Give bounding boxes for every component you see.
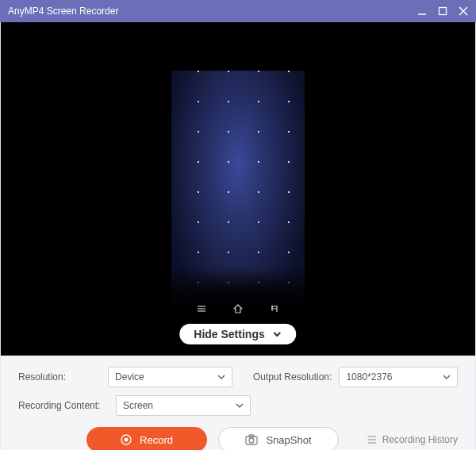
snapshot-button[interactable]: SnapShot — [218, 427, 339, 450]
output-resolution-label: Output Resolution: — [253, 371, 333, 383]
settings-row-1: Resolution: Device Output Resolution: 10… — [18, 367, 458, 387]
svg-point-9 — [125, 438, 129, 442]
hide-settings-label: Hide Settings — [194, 328, 264, 340]
resolution-dropdown[interactable]: Device — [108, 367, 232, 387]
recording-content-label: Recording Content: — [18, 400, 109, 411]
minimize-button[interactable] — [417, 6, 427, 16]
resolution-label: Resolution: — [18, 371, 102, 383]
svg-point-11 — [249, 438, 254, 443]
resolution-value: Device — [115, 371, 217, 383]
record-button[interactable]: Record — [86, 427, 207, 450]
settings-panel: Resolution: Device Output Resolution: 10… — [0, 356, 476, 450]
titlebar: AnyMP4 Screen Recorder — [0, 0, 476, 22]
history-label: Recording History — [382, 434, 458, 445]
window-controls — [417, 6, 468, 16]
preview-area: Hide Settings — [0, 22, 476, 356]
snapshot-label: SnapShot — [266, 434, 311, 446]
chevron-down-icon — [236, 402, 244, 410]
recording-history-link[interactable]: Recording History — [367, 434, 458, 445]
settings-row-2: Recording Content: Screen — [18, 395, 458, 416]
device-home-icon[interactable] — [232, 303, 244, 314]
record-icon — [121, 434, 132, 445]
device-menu-icon[interactable] — [196, 303, 207, 314]
record-label: Record — [140, 434, 173, 446]
maximize-button[interactable] — [438, 6, 447, 16]
chevron-down-icon — [217, 373, 225, 381]
svg-rect-1 — [440, 8, 447, 15]
svg-marker-7 — [234, 305, 242, 313]
app-title: AnyMP4 Screen Recorder — [8, 6, 417, 17]
chevron-down-icon — [273, 329, 282, 339]
output-resolution-value: 1080*2376 — [346, 371, 443, 383]
recording-content-value: Screen — [123, 400, 236, 411]
recording-content-dropdown[interactable]: Screen — [116, 395, 251, 416]
device-nav-bar — [196, 303, 280, 314]
camera-icon — [245, 434, 258, 445]
action-row: Record SnapShot Recording History — [18, 427, 458, 450]
history-icon — [367, 435, 378, 444]
device-back-icon[interactable] — [269, 303, 280, 314]
output-resolution-dropdown[interactable]: 1080*2376 — [339, 367, 458, 387]
device-preview — [171, 71, 305, 307]
hide-settings-button[interactable]: Hide Settings — [179, 324, 296, 344]
close-button[interactable] — [459, 6, 468, 16]
chevron-down-icon — [443, 373, 451, 381]
